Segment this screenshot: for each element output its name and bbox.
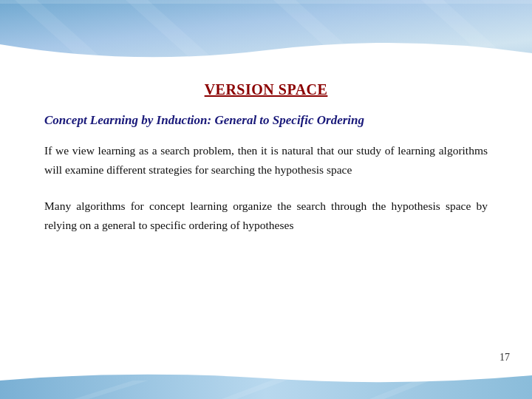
slide-content: VERSION SPACE Concept Learning by Induct… <box>0 66 532 369</box>
slide: VERSION SPACE Concept Learning by Induct… <box>0 0 532 399</box>
page-number: 17 <box>499 352 510 364</box>
paragraph-1: If we view learning as a search problem,… <box>44 141 488 179</box>
slide-subtitle: Concept Learning by Induction: General t… <box>44 113 488 128</box>
bottom-banner <box>0 369 532 399</box>
top-banner <box>0 0 532 66</box>
paragraph-2: Many algorithms for concept learning org… <box>44 197 488 234</box>
slide-title: VERSION SPACE <box>44 81 488 98</box>
